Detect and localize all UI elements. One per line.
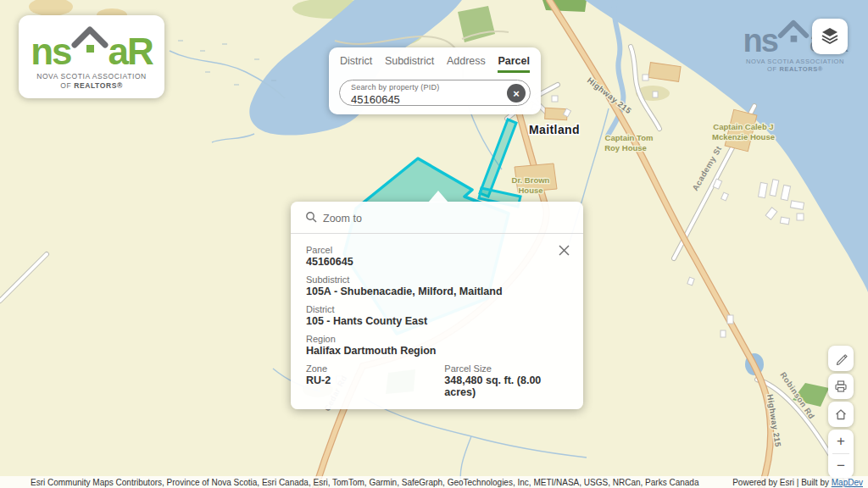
mapdev-link[interactable]: MapDev xyxy=(832,478,863,487)
poi-dr-brown-line1: Dr. Brown xyxy=(512,175,550,185)
powered-by-text: Powered by Esri | Built by xyxy=(732,478,832,487)
app-window: Highway 215 Highway 215 Academy St Cedar… xyxy=(0,0,868,488)
tab-subdistrict[interactable]: Subdistrict xyxy=(385,55,434,73)
logo-subtitle: NOVA SCOTIA ASSOCIATION OF REALTORS® xyxy=(36,72,147,90)
poi-captain-tom-line1: Captain Tom xyxy=(605,133,654,142)
field-zone-label: Zone xyxy=(306,363,444,374)
poi-captain-caleb-line2: Mckenzie House xyxy=(712,132,775,141)
attribution-credits: Powered by Esri | Built by MapDev xyxy=(724,478,863,487)
field-zone: Zone RU-2 xyxy=(306,363,444,398)
popup-pointer xyxy=(428,191,448,202)
clear-search-button[interactable]: × xyxy=(507,84,526,103)
logo-text-ns: ns xyxy=(31,36,70,67)
logo-house-icon xyxy=(71,23,108,67)
tab-district[interactable]: District xyxy=(340,55,372,73)
zoom-out-button[interactable]: − xyxy=(828,454,854,478)
field-zone-value: RU-2 xyxy=(306,374,444,386)
draw-button[interactable] xyxy=(828,346,854,371)
field-subdistrict: Subdistrict 105A - Shubenacadie, Milford… xyxy=(306,274,568,297)
attribution-text: Esri Community Maps Contributors, Provin… xyxy=(31,478,698,487)
layers-icon xyxy=(820,25,840,48)
field-district: District 105 - Hants County East xyxy=(306,304,568,327)
field-parcel-size: Parcel Size 348,480 sq. ft. (8.00 acres) xyxy=(444,363,568,398)
logo-text-ar: aR xyxy=(108,36,153,67)
home-icon xyxy=(834,408,848,421)
field-parcel-size-value: 348,480 sq. ft. (8.00 acres) xyxy=(444,374,568,398)
search-field[interactable]: Search by property (PID) × xyxy=(339,80,531,106)
tab-parcel[interactable]: Parcel xyxy=(498,55,530,73)
field-subdistrict-label: Subdistrict xyxy=(306,274,568,285)
field-parcel: Parcel 45160645 xyxy=(306,245,568,268)
field-parcel-size-label: Parcel Size xyxy=(444,363,568,374)
poi-captain-tom-line2: Roy House xyxy=(604,143,647,152)
field-district-label: District xyxy=(306,304,568,314)
map-toolbar: + − xyxy=(828,346,854,478)
home-button[interactable] xyxy=(828,402,854,427)
popup-body: Parcel 45160645 Subdistrict 105A - Shube… xyxy=(291,234,583,409)
field-row-zone-size: Zone RU-2 Parcel Size 348,480 sq. ft. (8… xyxy=(306,363,568,398)
poi-captain-caleb-line1: Captain Caleb J xyxy=(713,122,773,131)
search-tabs: District Subdistrict Address Parcel xyxy=(329,47,541,78)
nsar-logo-card: ns aR NOVA SCOTIA ASSOCIATION OF REALTOR… xyxy=(19,15,164,98)
attribution-bar: Esri Community Maps Contributors, Provin… xyxy=(0,476,868,488)
field-region: Region Halifax Dartmouth Region xyxy=(306,334,568,357)
town-label-maitland: Maitland xyxy=(529,123,580,136)
search-field-label: Search by property (PID) xyxy=(351,83,504,92)
pencil-icon xyxy=(835,352,848,365)
zoom-to-button[interactable]: Zoom to xyxy=(291,202,583,233)
close-icon xyxy=(559,245,570,256)
search-panel: District Subdistrict Address Parcel Sear… xyxy=(329,47,541,114)
parcel-popup: Zoom to Parcel 45160645 Subdistrict 105A… xyxy=(291,202,583,409)
clear-icon: × xyxy=(513,87,520,100)
printer-icon xyxy=(834,380,848,393)
field-district-value: 105 - Hants County East xyxy=(306,315,568,327)
tab-address[interactable]: Address xyxy=(447,55,486,73)
close-popup-button[interactable] xyxy=(554,242,573,261)
layers-button[interactable] xyxy=(812,19,848,54)
zoom-control: + − xyxy=(828,430,854,478)
zoom-in-button[interactable]: + xyxy=(828,430,854,453)
poi-dr-brown-line2: House xyxy=(518,186,542,195)
magnifier-icon xyxy=(305,211,317,225)
field-parcel-label: Parcel xyxy=(306,245,568,255)
nsar-logo: ns aR xyxy=(31,23,153,67)
search-input[interactable] xyxy=(351,93,504,106)
field-region-label: Region xyxy=(306,334,568,344)
field-region-value: Halifax Dartmouth Region xyxy=(306,345,568,357)
field-parcel-value: 45160645 xyxy=(306,256,568,268)
print-button[interactable] xyxy=(828,374,854,399)
field-subdistrict-value: 105A - Shubenacadie, Milford, Maitland xyxy=(306,286,568,297)
zoom-to-label: Zoom to xyxy=(323,213,362,225)
